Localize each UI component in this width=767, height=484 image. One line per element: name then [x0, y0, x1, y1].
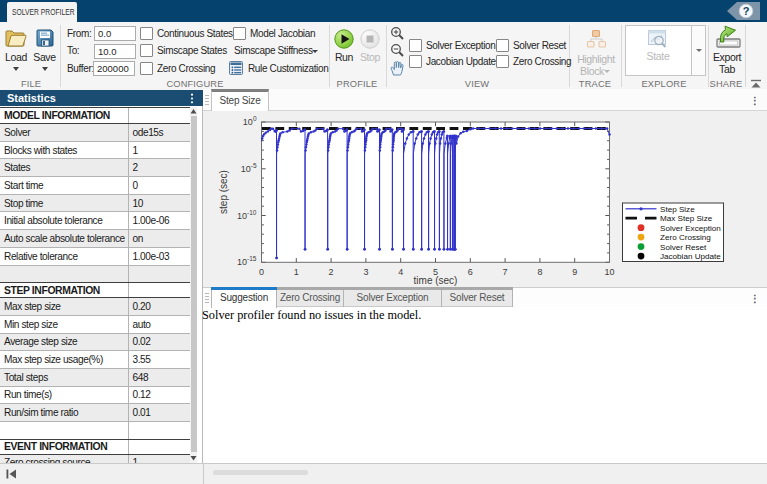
svg-text:100: 100	[243, 115, 257, 127]
svg-text:4: 4	[398, 267, 403, 277]
svg-text:step (sec): step (sec)	[218, 170, 229, 214]
svg-text:Jacobian Update: Jacobian Update	[660, 252, 721, 261]
svg-text:2: 2	[329, 267, 334, 277]
svg-text:10: 10	[604, 267, 614, 277]
svg-text:3: 3	[363, 267, 368, 277]
svg-text:time (sec): time (sec)	[414, 275, 458, 286]
svg-text:0: 0	[259, 267, 264, 277]
svg-text:10-15: 10-15	[237, 255, 257, 267]
svg-text:Max Step Size: Max Step Size	[660, 214, 713, 223]
svg-text:8: 8	[537, 267, 542, 277]
svg-text:Step Size: Step Size	[660, 205, 695, 214]
svg-text:6: 6	[468, 267, 473, 277]
svg-text:10-5: 10-5	[241, 162, 257, 174]
svg-text:Solver Reset: Solver Reset	[660, 243, 707, 252]
svg-text:7: 7	[503, 267, 508, 277]
svg-text:10-10: 10-10	[237, 209, 257, 221]
svg-text:Zero Crossing: Zero Crossing	[660, 233, 711, 242]
svg-text:Solver Exception: Solver Exception	[660, 224, 721, 233]
svg-text:1: 1	[294, 267, 299, 277]
svg-text:?: ?	[743, 5, 750, 17]
svg-text:9: 9	[572, 267, 577, 277]
